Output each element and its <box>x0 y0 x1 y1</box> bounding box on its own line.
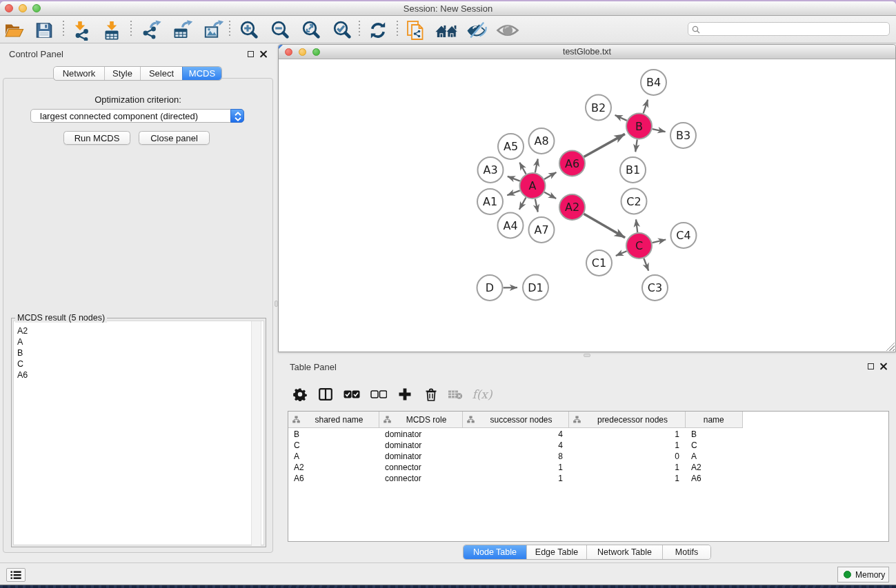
graph-edge[interactable] <box>653 129 666 132</box>
show-panels-button[interactable] <box>496 19 519 41</box>
graph-edge[interactable] <box>635 139 637 152</box>
table-cell[interactable]: B <box>691 429 743 440</box>
table-cell[interactable]: A <box>691 451 743 462</box>
delete-column-button[interactable] <box>422 386 440 403</box>
zoom-selected-button[interactable] <box>330 19 354 41</box>
graph-edge[interactable] <box>584 214 625 238</box>
mcds-result-list[interactable]: A2ABCA6 <box>13 321 264 545</box>
graph-edge[interactable] <box>644 258 648 271</box>
horizontal-divider-grip[interactable] <box>584 354 590 357</box>
mcds-result-item[interactable]: A2 <box>17 325 28 336</box>
table-cell[interactable]: A2 <box>691 462 743 473</box>
add-column-button[interactable] <box>396 386 414 403</box>
zoom-out-button[interactable] <box>268 19 292 41</box>
graph-edge[interactable] <box>644 100 648 114</box>
table-cell[interactable]: 4 <box>463 429 563 440</box>
float-table-panel-icon[interactable] <box>868 363 874 369</box>
zoom-in-button[interactable] <box>237 19 261 41</box>
table-cell[interactable]: 1 <box>569 462 679 473</box>
mcds-result-item[interactable]: C <box>17 358 28 369</box>
tab-network[interactable]: Network <box>54 67 104 80</box>
table-cell[interactable]: A6 <box>691 473 743 484</box>
graph-edge[interactable] <box>508 176 520 181</box>
table-cell[interactable]: 0 <box>569 451 679 462</box>
table-cell[interactable]: 1 <box>569 473 679 484</box>
vertical-divider-grip[interactable] <box>275 301 278 307</box>
import-network-button[interactable] <box>70 19 93 41</box>
export-table-button[interactable] <box>170 19 194 41</box>
show-columns-button[interactable] <box>317 386 335 403</box>
graph-edge[interactable] <box>636 219 637 232</box>
tab-mcds[interactable]: MCDS <box>182 67 221 80</box>
tab-node-table[interactable]: Node Table <box>464 545 526 559</box>
tab-network-table[interactable]: Network Table <box>586 545 662 559</box>
table-cell[interactable]: C <box>294 440 379 451</box>
table-cell[interactable]: connector <box>385 473 463 484</box>
table-cell[interactable]: dominator <box>385 451 463 462</box>
mcds-result-item[interactable]: A <box>17 336 28 347</box>
graph-edge[interactable] <box>616 251 627 256</box>
table-cell[interactable]: connector <box>385 462 463 473</box>
refresh-button[interactable] <box>366 19 390 41</box>
home-button[interactable] <box>435 19 459 41</box>
function-builder-button[interactable]: f(x) <box>473 386 491 403</box>
save-session-button[interactable] <box>32 19 56 41</box>
window-resize-grip[interactable] <box>886 343 895 351</box>
table-cell[interactable]: 1 <box>569 429 679 440</box>
delete-table-button[interactable] <box>446 386 464 403</box>
table-cell[interactable]: A <box>294 451 379 462</box>
table-cell[interactable]: 1 <box>463 473 563 484</box>
table-cell[interactable]: B <box>294 429 379 440</box>
mcds-result-item[interactable]: A6 <box>17 369 28 381</box>
open-file-button[interactable] <box>2 19 26 41</box>
hide-panels-button[interactable] <box>465 19 488 41</box>
select-all-button[interactable] <box>343 386 361 403</box>
close-table-panel-icon[interactable] <box>879 363 887 370</box>
table-cell[interactable]: 1 <box>463 462 563 473</box>
tab-motifs[interactable]: Motifs <box>662 545 710 559</box>
zoom-fit-button[interactable] <box>299 19 323 41</box>
table-cell[interactable]: C <box>691 440 743 451</box>
table-cell[interactable]: dominator <box>385 440 463 451</box>
export-image-button[interactable] <box>201 19 225 41</box>
graph-edge[interactable] <box>535 159 538 172</box>
table-cell[interactable]: dominator <box>385 429 463 440</box>
tab-select[interactable]: Select <box>140 67 182 80</box>
table-cell[interactable]: 4 <box>463 440 563 451</box>
table-cell[interactable]: 1 <box>569 440 679 451</box>
network-window-titlebar[interactable]: testGlobe.txt <box>279 45 895 59</box>
table-cell[interactable]: A2 <box>294 462 379 473</box>
search-input[interactable] <box>688 22 890 36</box>
tab-edge-table[interactable]: Edge Table <box>526 545 586 559</box>
close-panel-icon[interactable] <box>259 50 267 58</box>
tab-style[interactable]: Style <box>104 67 140 80</box>
graph-edge[interactable] <box>544 192 556 199</box>
graph-edge[interactable] <box>519 163 526 174</box>
close-panel-button[interactable]: Close panel <box>139 131 210 145</box>
column-header-MCDS-role[interactable]: MCDS role <box>379 412 463 428</box>
graph-edge[interactable] <box>544 172 556 179</box>
show-panel-menu-button[interactable] <box>6 568 26 582</box>
graph-edge[interactable] <box>535 199 538 212</box>
graph-edge[interactable] <box>507 190 519 195</box>
deselect-all-button[interactable] <box>370 386 388 403</box>
table-cell[interactable]: 8 <box>463 451 563 462</box>
table-settings-button[interactable] <box>291 386 309 403</box>
optimization-criterion-select[interactable]: largest connected component (directed) <box>30 109 244 123</box>
graph-edge[interactable] <box>615 115 627 121</box>
import-table-button[interactable] <box>100 19 123 41</box>
column-header-shared-name[interactable]: shared name <box>288 412 379 428</box>
graph-edge[interactable] <box>584 134 625 156</box>
column-header-predecessor-nodes[interactable]: predecessor nodes <box>569 412 686 428</box>
run-mcds-button[interactable]: Run MCDS <box>63 131 130 145</box>
graph-edge[interactable] <box>519 198 526 210</box>
mcds-result-item[interactable]: B <box>17 347 28 358</box>
float-panel-icon[interactable] <box>248 51 254 57</box>
table-cell[interactable]: A6 <box>294 473 379 484</box>
combo-spinner[interactable] <box>230 109 244 123</box>
memory-button[interactable]: Memory <box>837 567 889 582</box>
column-header-name[interactable]: name <box>686 412 743 428</box>
export-network-button[interactable] <box>140 19 163 41</box>
column-header-successor-nodes[interactable]: successor nodes <box>463 412 569 428</box>
network-graph-canvas[interactable]: B4B2BB3A5A8A6A3AB1A1A2C2A4A7C4CC1C3DD1 <box>279 60 895 352</box>
